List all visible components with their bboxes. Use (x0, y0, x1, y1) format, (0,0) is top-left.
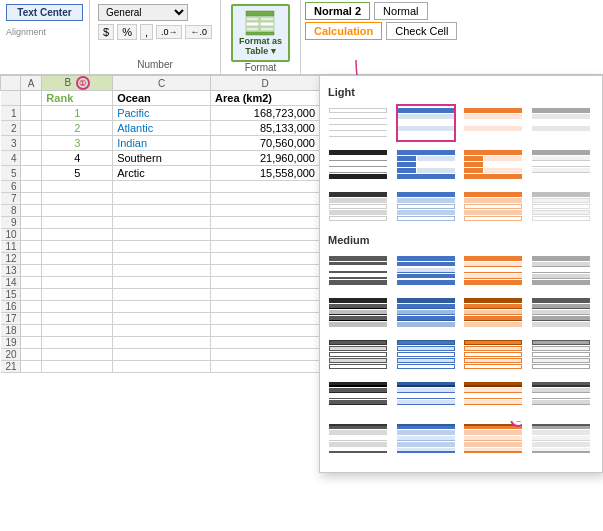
table-row: Rank Ocean Area (km2) (1, 91, 320, 106)
cell-a3[interactable] (20, 136, 42, 151)
percent-button[interactable]: % (117, 24, 137, 40)
medium-style-8[interactable] (531, 294, 591, 332)
ribbon: Text Center Alignment General $ % , .0→ … (0, 0, 603, 75)
cell-b4[interactable]: 4 (42, 151, 113, 166)
cell-a-header[interactable] (20, 91, 42, 106)
cell-b1[interactable]: 1 (42, 106, 113, 121)
format-section: Format asTable ▾ Format (221, 0, 301, 74)
table-row: 6 (1, 181, 320, 193)
medium-style-20[interactable] (531, 420, 591, 458)
light-style-5[interactable] (328, 146, 388, 184)
light-style-9[interactable] (328, 188, 388, 226)
medium-style-1[interactable] (328, 252, 388, 290)
cell-c-ocean-header[interactable]: Ocean (113, 91, 211, 106)
cell-c3[interactable]: Indian (113, 136, 211, 151)
table-row: 19 (1, 337, 320, 349)
medium-style-9[interactable] (328, 336, 388, 374)
light-style-11[interactable] (463, 188, 523, 226)
cell-d-area-header[interactable]: Area (km2) (211, 91, 320, 106)
cell-d3[interactable]: 70,560,000 (211, 136, 320, 151)
medium-style-16[interactable] (531, 378, 591, 416)
text-center-button[interactable]: Text Center (6, 4, 83, 21)
styles-row2: Calculation Check Cell (305, 22, 599, 40)
table-row: 16 (1, 301, 320, 313)
cell-c1[interactable]: Pacific (113, 106, 211, 121)
spreadsheet-area: A B ① C D Rank Ocean Area (km2) 1 1 Paci… (0, 75, 320, 531)
badge-1: ① (76, 76, 90, 90)
svg-rect-3 (246, 22, 259, 26)
cell-b2[interactable]: 2 (42, 121, 113, 136)
table-row: 20 (1, 349, 320, 361)
cell-a5[interactable] (20, 166, 42, 181)
row-number: 2 (1, 121, 21, 136)
spreadsheet-table: A B ① C D Rank Ocean Area (km2) 1 1 Paci… (0, 75, 320, 373)
cell-d1[interactable]: 168,723,000 (211, 106, 320, 121)
light-style-7[interactable] (463, 146, 523, 184)
medium-style-3[interactable] (463, 252, 523, 290)
medium-style-6[interactable] (396, 294, 456, 332)
cell-b3[interactable]: 3 (42, 136, 113, 151)
cell-c2[interactable]: Atlantic (113, 121, 211, 136)
table-row: 11 (1, 241, 320, 253)
cell-a4[interactable] (20, 151, 42, 166)
light-style-10[interactable] (396, 188, 456, 226)
medium-style-7[interactable] (463, 294, 523, 332)
normal-style-button[interactable]: Normal (374, 2, 427, 20)
cell-a1[interactable] (20, 106, 42, 121)
table-row: 21 (1, 361, 320, 373)
medium-style-15[interactable] (463, 378, 523, 416)
medium-style-2[interactable] (396, 252, 456, 290)
cell-c5[interactable]: Arctic (113, 166, 211, 181)
svg-rect-5 (246, 27, 259, 31)
medium-style-18[interactable] (396, 420, 456, 458)
light-style-12[interactable] (531, 188, 591, 226)
col-header-d: D (211, 76, 320, 91)
cell-d4[interactable]: 21,960,000 (211, 151, 320, 166)
increase-decimal-button[interactable]: .0→ (156, 25, 183, 39)
col-header-c: C (113, 76, 211, 91)
table-row: 5 5 Arctic 15,558,000 (1, 166, 320, 181)
cell-b-rank-header[interactable]: Rank (42, 91, 113, 106)
check-cell-style-button[interactable]: Check Cell (386, 22, 457, 40)
table-row: 13 (1, 265, 320, 277)
light-style-8[interactable] (531, 146, 591, 184)
cell-d5[interactable]: 15,558,000 (211, 166, 320, 181)
medium-style-4[interactable] (531, 252, 591, 290)
light-style-4[interactable] (531, 104, 591, 142)
svg-rect-0 (246, 11, 274, 16)
cell-b5[interactable]: 5 (42, 166, 113, 181)
decrease-decimal-button[interactable]: ←.0 (185, 25, 212, 39)
medium-section-title: Medium (328, 234, 594, 246)
medium-style-10[interactable] (396, 336, 456, 374)
medium-style-12[interactable] (531, 336, 591, 374)
currency-button[interactable]: $ (98, 24, 114, 40)
number-format-select[interactable]: General (98, 4, 188, 21)
cell-a2[interactable] (20, 121, 42, 136)
row-number: 5 (1, 166, 21, 181)
format-table-icon (244, 9, 276, 37)
normal2-style-button[interactable]: Normal 2 (305, 2, 370, 20)
light-style-2[interactable] (396, 104, 456, 142)
calculation-style-button[interactable]: Calculation (305, 22, 382, 40)
svg-rect-6 (260, 27, 274, 31)
medium-style-13[interactable] (328, 378, 388, 416)
light-styles-grid (328, 104, 594, 226)
col-header-a: A (20, 76, 42, 91)
medium-style-17[interactable] (328, 420, 388, 458)
cell-c4[interactable]: Southern (113, 151, 211, 166)
light-style-1[interactable] (328, 104, 388, 142)
comma-button[interactable]: , (140, 24, 153, 40)
medium-style-14[interactable] (396, 378, 456, 416)
light-style-6[interactable] (396, 146, 456, 184)
svg-rect-1 (246, 17, 259, 21)
format-as-table-button[interactable]: Format asTable ▾ (231, 4, 290, 62)
medium-style-11[interactable] (463, 336, 523, 374)
format-table-dropdown: Light (319, 75, 603, 473)
cell-d2[interactable]: 85,133,000 (211, 121, 320, 136)
svg-rect-4 (260, 22, 274, 26)
table-row: 10 (1, 229, 320, 241)
medium-style-5[interactable] (328, 294, 388, 332)
light-style-3[interactable] (463, 104, 523, 142)
medium-style-19[interactable]: ③ (463, 420, 523, 458)
styles-section: Normal 2 Normal Calculation Check Cell (301, 0, 603, 74)
